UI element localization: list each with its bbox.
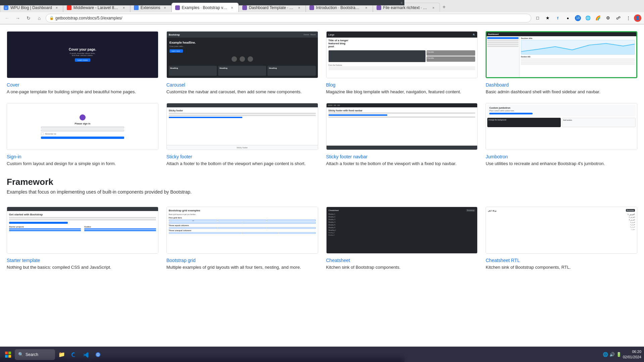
address-text: getbootstrap.com/docs/5.0/examples/ [55, 16, 122, 20]
example-card-sticky-footer[interactable]: Sticky footer Sticky footer Sticky foote… [166, 103, 318, 167]
example-card-cheatsheet[interactable]: Cheatsheet Bootstrap Display 1 Display 2… [326, 207, 478, 270]
tab-ext-label: Extensions [141, 5, 160, 10]
example-desc-dashboard: Basic admin dashboard shell with fixed s… [486, 89, 637, 95]
example-desc-sticky-footer: Attach a footer to the bottom of the vie… [166, 161, 318, 167]
fb-icon[interactable]: f [553, 14, 562, 22]
reload-button[interactable]: ↻ [24, 14, 33, 22]
home-button[interactable]: ⌂ [35, 14, 44, 22]
example-card-cover[interactable]: Cover ☰ Cover your page. A quick reminde… [7, 31, 158, 95]
example-thumb-cheatsheet: Cheatsheet Bootstrap Display 1 Display 2… [326, 207, 478, 254]
example-desc-carousel: Customize the navbar and carousel, then … [166, 89, 318, 95]
toolbar-icons: □ ★ f ● 18 🌐 🌈 ⚙ ☍ ⋮ 👤 [533, 14, 641, 22]
example-desc-jumbotron: Use utilities to recreate and enhance Bo… [486, 161, 637, 167]
taskbar-clock-area[interactable]: 06:20 02/01/2024 [623, 349, 641, 350]
tab-examples-label: Examples · Bootstrap v5.0 [182, 5, 228, 10]
example-desc-cheatsheet: Kitchen sink of Bootstrap components. [326, 264, 478, 270]
example-title-rtl[interactable]: Cheatsheet RTL [486, 258, 637, 263]
framework-section-desc: Examples that focus on implementing uses… [7, 189, 637, 195]
example-title-jumbotron[interactable]: Jumbotron [486, 154, 637, 159]
tab-examples[interactable]: Examples · Bootstrap v5.0 × [171, 3, 239, 12]
framework-grid: Get started with Bootstrap Starter proje… [7, 200, 637, 277]
framework-section-title: Framework [7, 177, 637, 187]
menu-icon[interactable]: ⋮ [624, 14, 633, 22]
example-card-blog[interactable]: Large 🔍 Title of a longerfeatured blogpo… [326, 31, 478, 95]
taskbar-clock: 06:20 02/01/2024 [623, 349, 641, 350]
tab-examples-close[interactable]: × [230, 5, 235, 10]
example-title-cheatsheet[interactable]: Cheatsheet [326, 258, 478, 263]
colorpicker-icon[interactable]: 🌈 [594, 14, 602, 22]
example-card-sticky-footer-navbar[interactable]: Sticky footer with fixed navbar Sticky f… [326, 103, 478, 167]
example-thumb-sticky-footer-navbar: Sticky footer with fixed navbar [326, 103, 478, 150]
example-title-signin[interactable]: Sign-in [7, 154, 158, 159]
example-desc-rtl: Kitchen sink of Bootstrap components, RT… [486, 264, 637, 270]
tab-ext-close[interactable]: × [162, 5, 168, 10]
example-thumb-cover: Cover ☰ Cover your page. A quick reminde… [7, 31, 158, 78]
tab-dashboard-tpl-close[interactable]: × [297, 5, 302, 10]
example-card-dashboard[interactable]: Dashboard Section title [486, 31, 637, 95]
tab-intro-close[interactable]: × [364, 5, 369, 10]
lastpass-icon[interactable]: ● [563, 14, 572, 22]
example-title-blog[interactable]: Blog [326, 82, 478, 88]
new-tab-button[interactable]: + [440, 4, 448, 10]
cast-icon[interactable]: □ [533, 14, 542, 22]
example-title-carousel[interactable]: Carousel [166, 82, 318, 88]
example-title-starter[interactable]: Starter template [7, 258, 158, 263]
browser-toolbar: ← → ↻ ⌂ 🔒 getbootstrap.com/docs/5.0/exam… [0, 12, 644, 24]
tab-wpu-label: WPU Blog | Dashboard [10, 5, 52, 10]
example-card-rtl[interactable]: Bootstrap ورقة غش العرض 1 العرض 2 العرض … [486, 207, 637, 270]
taskbar-file-explorer[interactable]: 📁 [56, 349, 67, 351]
example-desc-grid: Multiple examples of grid layouts with a… [166, 264, 318, 270]
examples-grid: Cover ☰ Cover your page. A quick reminde… [7, 24, 637, 173]
example-thumb-grid: Bootstrap grid examples Basic grid layou… [166, 207, 318, 254]
example-desc-sticky-footer-navbar: Attach a footer to the bottom of the vie… [326, 161, 478, 167]
example-title-grid[interactable]: Bootstrap grid [166, 258, 318, 263]
example-thumb-blog: Large 🔍 Title of a longerfeatured blogpo… [326, 31, 478, 78]
example-card-starter[interactable]: Get started with Bootstrap Starter proje… [7, 207, 158, 270]
page-content: Cover ☰ Cover your page. A quick reminde… [0, 24, 644, 350]
tab-intro-label: Introduction · Bootstrap v5.0 [316, 5, 362, 10]
example-desc-cover: A one-page template for building simple … [7, 89, 158, 95]
example-desc-starter: Nothing but the basics: compiled CSS and… [7, 264, 158, 270]
example-desc-blog: Magazine like blog template with header,… [326, 89, 478, 95]
back-button[interactable]: ← [3, 14, 11, 22]
example-thumb-rtl: Bootstrap ورقة غش العرض 1 العرض 2 العرض … [486, 207, 637, 254]
example-card-grid[interactable]: Bootstrap grid examples Basic grid layou… [166, 207, 318, 270]
example-desc-signin: Custom form layout and design for a simp… [7, 161, 158, 167]
tab-earmark-label: File earmark richtext · Bootstra... [383, 5, 429, 10]
example-title-sticky-footer[interactable]: Sticky footer [166, 154, 318, 159]
tab-dashboard-tpl-label: Dashboard Template · Bootstra... [249, 5, 295, 10]
tab-middleware-close[interactable]: × [121, 5, 127, 10]
example-thumb-dashboard: Dashboard Section title [486, 31, 637, 78]
tab-earmark-close[interactable]: × [431, 5, 436, 10]
taskbar-vscode[interactable] [81, 349, 91, 351]
example-card-jumbotron[interactable]: Custom jumbotron Place content within su… [486, 103, 637, 167]
profile-icon[interactable]: 👤 [634, 14, 641, 22]
example-thumb-carousel: Bootstrap Home About Example headline. C… [166, 31, 318, 78]
taskbar-chrome[interactable] [93, 349, 103, 351]
tab-middleware-label: Middleware - Laravel 8.x - The [73, 5, 119, 10]
example-thumb-starter: Get started with Bootstrap Starter proje… [7, 207, 158, 254]
example-title-dashboard[interactable]: Dashboard [486, 82, 637, 88]
tab-wpu-close[interactable]: × [54, 5, 59, 10]
bookmark-icon[interactable]: ★ [543, 14, 552, 22]
clock-time: 06:20 [623, 349, 641, 350]
taskbar: 🔍 Search 📁 🌐 🔊 🔋 06:20 02/01/2024 [0, 347, 644, 350]
example-title-sticky-footer-navbar[interactable]: Sticky footer navbar [326, 154, 478, 159]
example-thumb-sticky-footer: Sticky footer Sticky footer [166, 103, 318, 150]
example-card-carousel[interactable]: Bootstrap Home About Example headline. C… [166, 31, 318, 95]
extension-icon[interactable]: ⚙ [604, 14, 612, 22]
forward-button[interactable]: → [13, 14, 22, 22]
bookmarks-icon[interactable]: ☍ [614, 14, 623, 22]
example-thumb-signin: Please sign in Remember me [7, 103, 158, 150]
taskbar-search[interactable]: 🔍 Search [15, 349, 55, 351]
start-button[interactable] [3, 349, 13, 351]
taskbar-edge[interactable] [68, 349, 79, 351]
example-thumb-jumbotron: Custom jumbotron Place content within su… [486, 103, 637, 150]
example-card-signin[interactable]: Please sign in Remember me Sign-in Custo… [7, 103, 158, 167]
ext-badge[interactable]: 18 [574, 14, 582, 22]
worldmap-icon[interactable]: 🌐 [584, 14, 592, 22]
svg-text:W: W [5, 7, 7, 9]
address-bar[interactable]: 🔒 getbootstrap.com/docs/5.0/examples/ [46, 14, 531, 22]
example-title-cover[interactable]: Cover [7, 82, 158, 88]
